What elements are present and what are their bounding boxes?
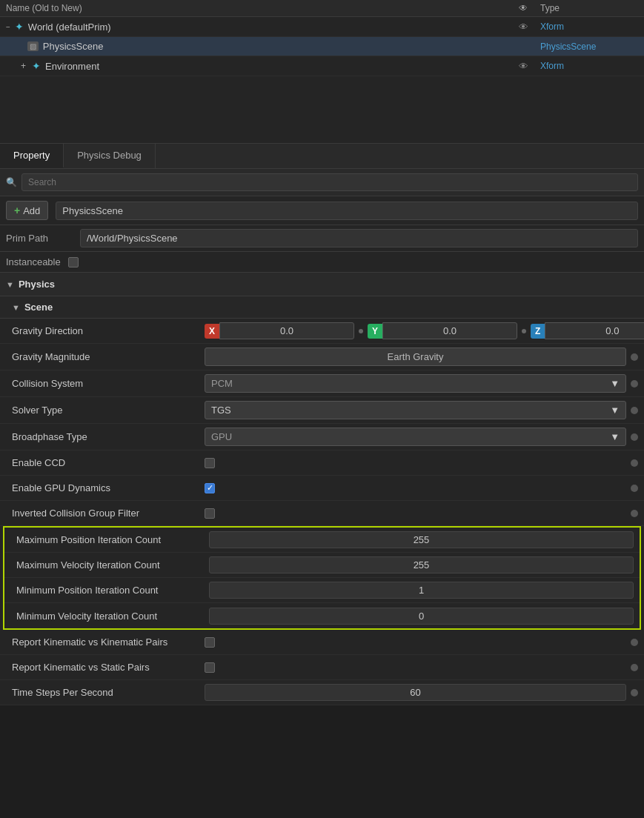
axis-dot-2 [522, 329, 526, 333]
enable-gpu-dynamics-dot [631, 485, 638, 492]
max-position-iteration-row: Maximum Position Iteration Count [4, 528, 640, 553]
max-velocity-iteration-input[interactable] [209, 556, 634, 573]
prim-path-label: Prim Path [6, 233, 73, 244]
tab-bar: Property Physics Debug [0, 144, 644, 169]
collision-system-label: Collision System [12, 378, 205, 389]
prim-path-input[interactable] [80, 229, 638, 247]
broadphase-type-dropdown[interactable]: GPU ▼ [205, 428, 626, 446]
enable-ccd-dot [631, 459, 638, 467]
gravity-direction-row: Gravity Direction X Y Z [0, 319, 644, 344]
tree-row-environment[interactable]: + ✦ Environment 👁 Xform [0, 56, 644, 76]
solver-type-row: Solver Type TGS ▼ [0, 397, 644, 424]
report-kinematic-kinematic-row: Report Kinematic vs Kinematic Pairs [0, 630, 644, 655]
max-position-iteration-label: Maximum Position Iteration Count [16, 534, 209, 545]
scene-tree: Name (Old to New) 👁 Type − ✦ World (defa… [0, 0, 644, 144]
min-position-iteration-input[interactable] [209, 582, 634, 599]
axis-y-label: Y [368, 324, 382, 339]
tab-property[interactable]: Property [0, 144, 64, 168]
property-panel: Property Physics Debug 🔍 + Add Prim Path… [0, 144, 644, 705]
time-steps-per-second-input[interactable] [205, 684, 626, 701]
axis-x-group: X [205, 322, 354, 339]
solver-type-arrow: ▼ [610, 405, 620, 416]
instanceable-checkbox[interactable] [68, 257, 79, 267]
tree-header: Name (Old to New) 👁 Type [0, 0, 644, 17]
enable-ccd-label: Enable CCD [12, 457, 205, 468]
solver-type-label: Solver Type [12, 405, 205, 416]
solver-type-dot [631, 407, 638, 414]
instanceable-row: Instanceable [0, 252, 644, 273]
max-position-iteration-input[interactable] [209, 531, 634, 548]
tree-header-eye: 👁 [512, 3, 534, 13]
physics-icon-physicsscene: ▧ [27, 41, 39, 51]
solver-type-value: TGS [211, 405, 231, 416]
broadphase-type-value: GPU [211, 431, 232, 442]
expand-icon-environment[interactable]: + [21, 61, 26, 71]
collision-system-dropdown[interactable]: PCM ▼ [205, 374, 626, 393]
broadphase-type-row: Broadphase Type GPU ▼ [0, 424, 644, 450]
enable-gpu-dynamics-label: Enable GPU Dynamics [12, 482, 205, 493]
broadphase-type-label: Broadphase Type [12, 431, 205, 442]
gravity-y-input[interactable] [382, 322, 517, 339]
collision-system-arrow: ▼ [610, 378, 620, 389]
time-steps-per-second-label: Time Steps Per Second [12, 687, 205, 698]
inverted-collision-row: Inverted Collision Group Filter [0, 501, 644, 526]
broadphase-type-arrow: ▼ [610, 431, 620, 442]
prim-path-row: Prim Path [0, 225, 644, 252]
axis-dot-1 [359, 329, 363, 333]
add-button[interactable]: + Add [6, 201, 48, 220]
gravity-magnitude-dot [631, 353, 638, 361]
axis-z-group: Z [531, 322, 644, 339]
time-steps-per-second-dot [631, 689, 638, 696]
tree-row-environment-type: Xform [534, 61, 638, 71]
search-icon: 🔍 [6, 177, 17, 187]
enable-ccd-row: Enable CCD [0, 450, 644, 476]
tree-header-name: Name (Old to New) [6, 3, 512, 13]
collision-system-row: Collision System PCM ▼ [0, 370, 644, 397]
enable-gpu-dynamics-checkbox[interactable] [205, 483, 215, 493]
gravity-z-input[interactable] [545, 322, 644, 339]
xform-icon-world: ✦ [15, 21, 24, 33]
gravity-direction-label: Gravity Direction [12, 325, 205, 336]
scene-subsection-header[interactable]: ▼ Scene [0, 296, 644, 319]
report-kinematic-static-label: Report Kinematic vs Static Pairs [12, 662, 205, 673]
expand-icon-world[interactable]: − [6, 23, 10, 31]
tree-row-physicsscene[interactable]: ▧ PhysicsScene PhysicsScene [0, 37, 644, 56]
highlighted-iteration-group: Maximum Position Iteration Count Maximum… [3, 526, 641, 630]
enable-gpu-dynamics-row: Enable GPU Dynamics [0, 476, 644, 501]
gravity-x-input[interactable] [219, 322, 354, 339]
min-velocity-iteration-row: Minimum Velocity Iteration Count [4, 603, 640, 628]
enable-ccd-checkbox[interactable] [205, 458, 215, 468]
solver-type-dropdown[interactable]: TGS ▼ [205, 401, 626, 419]
min-position-iteration-row: Minimum Position Iteration Count [4, 578, 640, 603]
tab-physics-debug[interactable]: Physics Debug [64, 144, 156, 168]
inverted-collision-checkbox[interactable] [205, 508, 215, 519]
broadphase-type-dot [631, 433, 638, 441]
collision-system-value: PCM [211, 378, 233, 389]
add-button-label: Add [23, 205, 40, 216]
inverted-collision-label: Inverted Collision Group Filter [12, 508, 205, 519]
scene-chevron-icon: ▼ [12, 303, 20, 312]
scene-subsection-title: Scene [24, 302, 53, 313]
physics-section-title: Physics [19, 279, 55, 290]
tree-row-world-label: World (defaultPrim) [28, 21, 111, 33]
report-kinematic-kinematic-label: Report Kinematic vs Kinematic Pairs [12, 636, 205, 648]
physics-section-header[interactable]: ▼ Physics [0, 273, 644, 296]
gravity-magnitude-value: Earth Gravity [205, 348, 626, 366]
physics-chevron-icon: ▼ [6, 280, 14, 289]
tree-row-physicsscene-label: PhysicsScene [43, 41, 104, 52]
inverted-collision-dot [631, 510, 638, 517]
tree-row-physicsscene-type: PhysicsScene [534, 41, 638, 52]
eye-icon-environment[interactable]: 👁 [512, 61, 534, 72]
min-velocity-iteration-input[interactable] [209, 608, 634, 625]
axis-y-group: Y [368, 322, 517, 339]
tree-row-world[interactable]: − ✦ World (defaultPrim) 👁 Xform [0, 17, 644, 37]
collision-system-dot [631, 380, 638, 388]
tree-empty-space [0, 76, 644, 143]
time-steps-per-second-row: Time Steps Per Second [0, 680, 644, 705]
eye-icon-world[interactable]: 👁 [512, 21, 534, 33]
report-kinematic-static-checkbox[interactable] [205, 662, 215, 673]
search-input[interactable] [21, 173, 638, 191]
xform-icon-environment: ✦ [32, 60, 41, 72]
add-name-input[interactable] [56, 202, 638, 220]
report-kinematic-kinematic-checkbox[interactable] [205, 637, 215, 648]
